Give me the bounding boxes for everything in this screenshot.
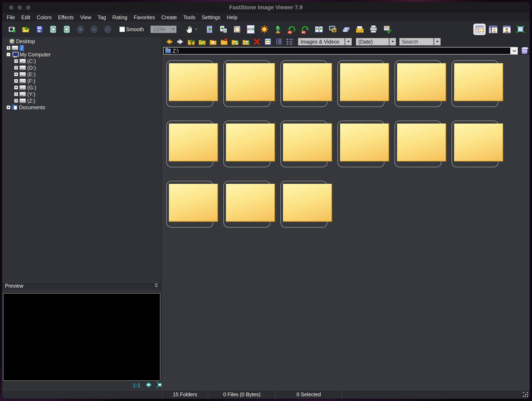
draw-board-icon[interactable]: ACB	[246, 25, 255, 34]
folder-thumbnail[interactable]	[395, 121, 442, 167]
forward-icon[interactable]	[176, 37, 184, 46]
expand-icon[interactable]: +	[14, 86, 18, 89]
tree-item-drive-y[interactable]: +(Y:)	[4, 91, 161, 98]
folder-thumbnail[interactable]	[280, 181, 327, 228]
refresh-icon[interactable]	[198, 37, 207, 46]
crop-board-icon[interactable]	[232, 25, 242, 34]
tree-item-my-computer[interactable]: -My Computer	[4, 51, 161, 58]
menu-effects[interactable]: Effects	[58, 14, 74, 20]
tree-item-drive-f[interactable]: +(F:)	[4, 78, 161, 84]
tree-item-drive-g[interactable]: +(G:)	[4, 84, 161, 91]
collapse-icon[interactable]: -	[6, 53, 10, 56]
folder-thumbnail[interactable]	[223, 181, 270, 228]
address-field[interactable]: Z:\	[163, 47, 518, 55]
search-dropdown-button[interactable]	[434, 38, 441, 45]
menu-help[interactable]: Help	[227, 14, 237, 20]
minimize-window-button[interactable]	[18, 5, 22, 10]
collapse-preview-icon[interactable]	[154, 283, 158, 289]
hand-tool-dropdown-icon[interactable]	[195, 29, 197, 30]
thumbnail-view-icon[interactable]	[264, 37, 272, 46]
preview-actual-size-button[interactable]: 1:1	[133, 382, 140, 389]
set-wallpaper-icon[interactable]	[328, 25, 337, 34]
tree-item-drive-z[interactable]: +(Z:)	[4, 98, 161, 104]
address-dropdown-button[interactable]	[510, 48, 517, 54]
adjust-lighting-icon[interactable]	[260, 25, 269, 34]
zoom-out-icon[interactable]	[89, 25, 99, 34]
folder-thumbnail[interactable]	[337, 60, 384, 107]
favorites-icon[interactable]	[209, 37, 217, 46]
folder-thumbnail[interactable]	[280, 121, 327, 167]
smooth-checkbox[interactable]	[120, 27, 125, 32]
search-input[interactable]: Search	[399, 38, 434, 45]
menu-file[interactable]: File	[6, 14, 15, 20]
menu-settings[interactable]: Settings	[202, 14, 220, 20]
next-image-icon[interactable]	[62, 25, 71, 34]
acquire-scanner-icon[interactable]	[342, 25, 351, 34]
folder-thumbnail[interactable]	[395, 60, 442, 107]
folder-thumbnail[interactable]	[223, 121, 270, 167]
menu-tools[interactable]: Tools	[183, 14, 195, 20]
menu-create[interactable]: Create	[161, 14, 177, 20]
copy-to-folder-icon[interactable]	[231, 37, 239, 46]
zoom-level-combo[interactable]: 110%	[151, 26, 177, 33]
full-image-view-button[interactable]	[501, 24, 513, 35]
menu-favorites[interactable]: Favorites	[134, 14, 155, 20]
folder-thumbnail[interactable]	[280, 60, 327, 107]
expand-icon[interactable]: +	[14, 99, 18, 103]
hand-tool-icon[interactable]	[185, 25, 194, 34]
browser-view-button[interactable]	[474, 24, 486, 35]
zoom-level-dropdown-button[interactable]	[170, 26, 177, 33]
expand-icon[interactable]: +	[14, 73, 18, 76]
menu-view[interactable]: View	[80, 14, 91, 20]
maximize-window-button[interactable]	[26, 5, 30, 10]
folder-thumbnail[interactable]	[337, 121, 384, 167]
tree-item-drive-c[interactable]: +(C:)	[4, 58, 161, 64]
detail-view-icon[interactable]	[274, 37, 283, 46]
sort-dropdown-button[interactable]	[389, 38, 396, 45]
open-file-icon[interactable]	[21, 25, 31, 34]
tree-item-root[interactable]: +/	[4, 45, 161, 51]
folder-thumbnail[interactable]	[452, 60, 499, 107]
menu-rating[interactable]: Rating	[112, 14, 127, 20]
preview-fit-button[interactable]	[146, 382, 152, 389]
fullscreen-button[interactable]	[514, 24, 526, 35]
rotate-right-icon[interactable]: 90	[301, 25, 310, 34]
close-window-button[interactable]	[9, 5, 13, 10]
rotate-left-icon[interactable]: 90	[287, 25, 296, 34]
search-combo[interactable]: Search	[399, 38, 441, 45]
folder-thumbnail[interactable]	[166, 60, 213, 107]
back-icon[interactable]	[165, 37, 174, 46]
zoom-in-icon[interactable]	[76, 25, 85, 34]
menu-edit[interactable]: Edit	[21, 14, 30, 20]
expand-icon[interactable]: +	[14, 66, 18, 70]
menu-colors[interactable]: Colors	[37, 14, 51, 20]
screen-capture-icon[interactable]	[7, 25, 17, 34]
expand-icon[interactable]: +	[14, 59, 18, 63]
tree-item-drive-d[interactable]: +(D:)	[4, 64, 161, 71]
expand-icon[interactable]: +	[6, 105, 10, 109]
slideshow-icon[interactable]	[205, 25, 215, 34]
folder-thumbnail[interactable]	[223, 60, 270, 107]
delete-icon[interactable]	[253, 37, 261, 46]
folder-thumbnail[interactable]	[452, 121, 499, 167]
external-programs-icon[interactable]	[382, 25, 392, 34]
sort-combo[interactable]: (Date)	[356, 38, 396, 45]
email-icon[interactable]	[355, 25, 365, 34]
recycle-bin-icon[interactable]	[521, 48, 528, 54]
expand-icon[interactable]: +	[14, 92, 18, 96]
tree-item-drive-e[interactable]: +(E:)	[4, 71, 161, 78]
tree-item-desktop[interactable]: Desktop	[4, 38, 161, 45]
file-filter-combo[interactable]: Images & Videos	[298, 38, 352, 45]
compare-images-icon[interactable]	[314, 25, 324, 34]
expand-icon[interactable]: +	[6, 46, 10, 50]
new-folder-icon[interactable]	[220, 37, 228, 46]
print-icon[interactable]	[369, 25, 378, 34]
folder-thumbnail[interactable]	[166, 181, 213, 228]
menu-tag[interactable]: Tag	[98, 14, 106, 20]
file-filter-dropdown-button[interactable]	[345, 38, 352, 45]
resize-grip[interactable]	[523, 392, 528, 397]
up-one-level-icon[interactable]	[187, 37, 196, 46]
expand-icon[interactable]: +	[14, 79, 18, 83]
save-as-icon[interactable]	[35, 25, 44, 34]
adjust-colors-icon[interactable]	[273, 25, 283, 34]
